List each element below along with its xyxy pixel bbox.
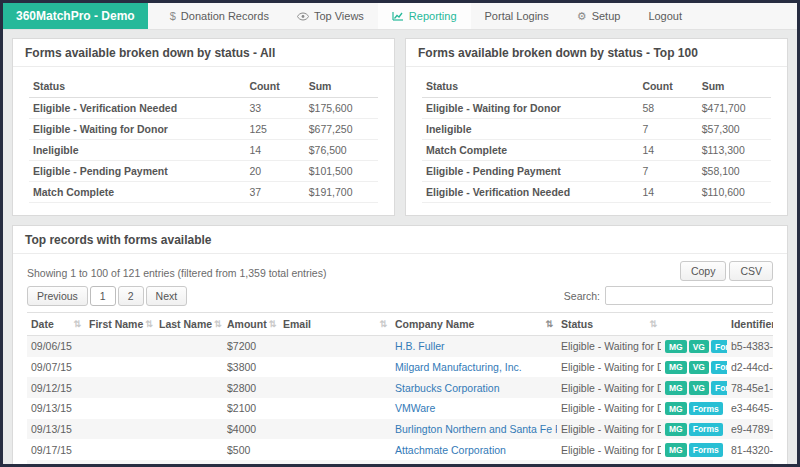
sum-cell: $175,600 <box>305 98 378 119</box>
last-name-cell <box>155 419 223 440</box>
company-link[interactable]: Burlington Northern and Santa Fe Railway <box>395 423 557 435</box>
first-name-cell <box>85 357 155 378</box>
status-cell: Eligible - Waiting for Donor <box>422 98 638 119</box>
sort-icon: ⇅ <box>377 319 387 329</box>
sort-header-status[interactable]: Status⇅ <box>557 313 661 336</box>
app-window: 360MatchPro - Demo $ Donation Records To… <box>0 0 800 467</box>
company-link[interactable]: H.B. Fuller <box>395 340 445 352</box>
company-link[interactable]: Milgard Manufacturing, Inc. <box>395 361 522 373</box>
panel-title: Forms available broken down by status - … <box>13 39 394 67</box>
count-cell: 20 <box>245 161 304 182</box>
mg-badge[interactable]: MG <box>665 381 687 394</box>
sum-cell: $677,250 <box>305 119 378 140</box>
table-row: Eligible - Verification Needed 33 $175,6… <box>29 98 378 119</box>
entries-summary: Showing 1 to 100 of 121 entries (filtere… <box>27 264 326 279</box>
top-navbar: 360MatchPro - Demo $ Donation Records To… <box>3 3 797 30</box>
panel-title: Forms available broken down by status - … <box>406 39 787 67</box>
status-cell: Eligible - Waiting for Donor <box>557 377 661 398</box>
status-cell: Ineligible <box>29 140 245 161</box>
email-cell <box>279 336 391 357</box>
sort-header-last-name[interactable]: Last Name⇅ <box>155 313 223 336</box>
nav-label: Top Views <box>314 10 364 22</box>
amount-cell: $500 <box>223 439 279 460</box>
forms-badge[interactable]: Forms <box>711 381 727 394</box>
count-cell: 14 <box>245 140 304 161</box>
first-name-cell <box>85 377 155 398</box>
company-link[interactable]: VMWare <box>395 402 435 414</box>
status-cell: Match Complete <box>29 182 245 203</box>
forms-badge[interactable]: Forms <box>711 361 727 374</box>
column-header: Status <box>29 75 245 98</box>
sum-cell: $58,100 <box>698 161 771 182</box>
pagination: Previous 1 2 Next <box>27 286 187 306</box>
count-cell: 125 <box>245 119 304 140</box>
nav-setup[interactable]: ⚙ Setup <box>563 3 635 29</box>
table-row: Ineligible 14 $76,500 <box>29 140 378 161</box>
mg-badge[interactable]: MG <box>665 402 687 415</box>
nav-donation-records[interactable]: $ Donation Records <box>156 3 283 29</box>
identifier-cell: e9-4789-818b-176c... <box>727 419 773 440</box>
count-cell: 58 <box>638 98 697 119</box>
brand-logo[interactable]: 360MatchPro - Demo <box>3 3 148 29</box>
gear-icon: ⚙ <box>577 10 587 23</box>
badges-cell: MGForms <box>661 398 727 419</box>
forms-badge[interactable]: Forms <box>689 402 723 415</box>
csv-button[interactable]: CSV <box>729 261 773 281</box>
status-table-top100: Status Count Sum Eligible - Waiting for … <box>422 75 771 203</box>
search-input[interactable] <box>605 286 773 305</box>
chart-icon <box>392 11 404 21</box>
badges-cell: MGForms <box>661 460 727 467</box>
sum-cell: $113,300 <box>698 140 771 161</box>
table-row: 09/13/15 $4000 Burlington Northern and S… <box>27 419 773 440</box>
date-cell: 09/07/15 <box>27 357 85 378</box>
next-page-button[interactable]: Next <box>146 286 188 306</box>
company-link[interactable]: Starbucks Corporation <box>395 382 499 394</box>
mg-badge[interactable]: MG <box>665 340 687 353</box>
nav-logout[interactable]: Logout <box>634 3 696 29</box>
column-header: Status <box>422 75 638 98</box>
table-row: Eligible - Waiting for Donor 125 $677,25… <box>29 119 378 140</box>
nav-reporting[interactable]: Reporting <box>378 3 471 29</box>
eye-icon <box>297 12 309 21</box>
last-name-cell <box>155 377 223 398</box>
sort-header-identifier[interactable]: Identifier⇅ <box>727 313 773 336</box>
date-cell: 09/12/15 <box>27 377 85 398</box>
email-cell <box>279 377 391 398</box>
sort-header-first-name[interactable]: First Name⇅ <box>85 313 155 336</box>
forms-badge[interactable]: Forms <box>689 423 723 436</box>
sum-cell: $76,500 <box>305 140 378 161</box>
page-content: Forms available broken down by status - … <box>3 30 797 467</box>
table-row: 09/12/15 $2800 Starbucks Corporation Eli… <box>27 377 773 398</box>
sort-header-company-name[interactable]: Company Name⇅ <box>391 313 557 336</box>
badges-cell: MGVGForms <box>661 377 727 398</box>
forms-badge[interactable]: Forms <box>711 340 727 353</box>
sort-icon: ⇅ <box>71 319 81 329</box>
mg-badge[interactable]: MG <box>665 443 687 456</box>
first-name-cell <box>85 419 155 440</box>
company-link[interactable]: Attachmate Corporation <box>395 444 506 456</box>
nav-label: Reporting <box>409 10 457 22</box>
table-row: Eligible - Pending Payment 20 $101,500 <box>29 161 378 182</box>
mg-badge[interactable]: MG <box>665 423 687 436</box>
sort-header-date[interactable]: Date⇅ <box>27 313 85 336</box>
copy-button[interactable]: Copy <box>680 261 727 281</box>
sort-header-email[interactable]: Email⇅ <box>279 313 391 336</box>
badges-cell: MGVGForms <box>661 357 727 378</box>
page-2-button[interactable]: 2 <box>118 286 144 306</box>
forms-badge[interactable]: Forms <box>689 443 723 456</box>
mg-badge[interactable]: MG <box>665 361 687 374</box>
identifier-cell: e3-4645-b822-73d6... <box>727 398 773 419</box>
badges-cell: MGForms <box>661 439 727 460</box>
nav-portal-logins[interactable]: Portal Logins <box>471 3 563 29</box>
vg-badge[interactable]: VG <box>689 340 709 353</box>
sum-cell: $471,700 <box>698 98 771 119</box>
page-1-button[interactable]: 1 <box>90 286 116 306</box>
sort-header-amount[interactable]: Amount⇅ <box>223 313 279 336</box>
nav-top-views[interactable]: Top Views <box>283 3 378 29</box>
vg-badge[interactable]: VG <box>689 361 709 374</box>
vg-badge[interactable]: VG <box>689 381 709 394</box>
table-row: 09/07/15 $3800 Milgard Manufacturing, In… <box>27 357 773 378</box>
nav-label: Logout <box>648 10 682 22</box>
previous-page-button[interactable]: Previous <box>27 286 88 306</box>
sort-icon: ⇅ <box>647 319 657 329</box>
